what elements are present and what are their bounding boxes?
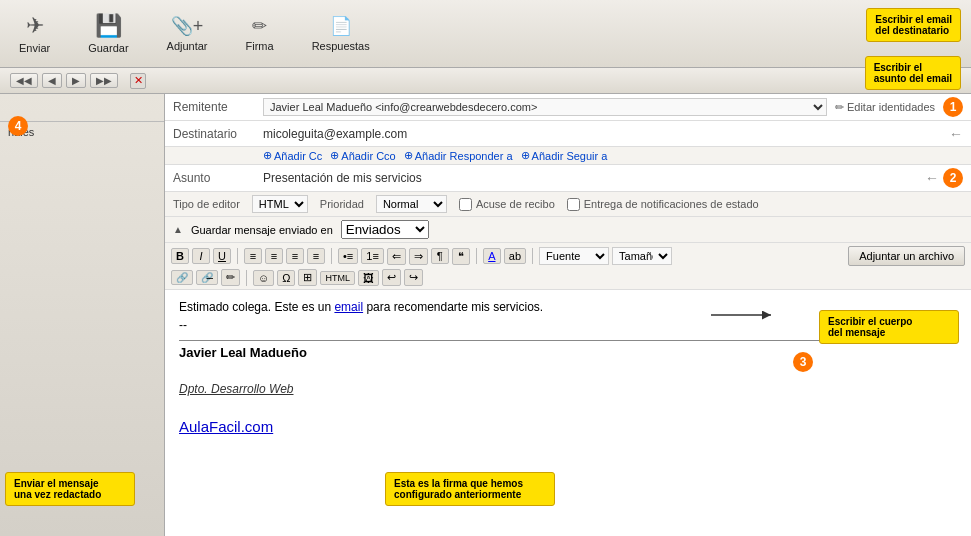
link-btn[interactable]: 🔗 <box>171 270 193 285</box>
triangle-toggle[interactable]: ▲ <box>173 224 183 235</box>
sign-button[interactable]: ✏ Firma <box>237 10 283 57</box>
sep1 <box>237 248 238 264</box>
circle-4: 4 <box>8 116 28 136</box>
save-row: ▲ Guardar mensaje enviado en Enviados Bo… <box>165 217 971 243</box>
image-btn[interactable]: 🖼 <box>358 270 379 286</box>
sender-select[interactable]: Javier Leal Madueño <info@crearwebdesdec… <box>263 98 827 116</box>
edit-btn[interactable]: ✏ <box>221 269 240 286</box>
responses-button[interactable]: 📄 Respuestas <box>303 10 379 57</box>
nav-first[interactable]: ◀◀ <box>10 73 38 88</box>
editor-toolbar-row2: 🔗 🔗̶ ✏ ☺ Ω ⊞ HTML 🖼 ↩ ↪ <box>171 269 965 286</box>
ul-btn[interactable]: •≡ <box>338 248 358 264</box>
editor-toolbar: B I U ≡ ≡ ≡ ≡ •≡ 1≡ ⇐ ⇒ ¶ ❝ A ab <box>165 243 971 290</box>
highlight-btn[interactable]: ab <box>504 248 526 264</box>
attach-button[interactable]: 📎+ Adjuntar <box>158 10 217 57</box>
save-folder-select[interactable]: Enviados Borradores <box>341 220 429 239</box>
toolbar: ✈ Enviar 💾 Guardar 📎+ Adjuntar ✏ Firma 📄… <box>0 0 971 68</box>
entrega-group: Entrega de notificaciones de estado <box>567 198 759 211</box>
entrega-checkbox[interactable] <box>567 198 580 211</box>
save-label: Guardar <box>88 42 128 54</box>
font-color-btn[interactable]: A <box>483 248 501 264</box>
circle-3: 3 <box>793 352 813 372</box>
callout-3: Escribir el cuerpo del mensaje <box>819 310 959 344</box>
align-center-btn[interactable]: ≡ <box>265 248 283 264</box>
attach-icon: 📎+ <box>171 15 204 37</box>
destinatario-input[interactable] <box>263 127 945 141</box>
acuse-checkbox[interactable] <box>459 198 472 211</box>
send-button[interactable]: ✈ Enviar <box>10 8 59 59</box>
quote-btn[interactable]: ❝ <box>452 248 470 265</box>
italic-btn[interactable]: I <box>192 248 210 264</box>
remitente-label: Remitente <box>173 100 263 114</box>
unlink-btn[interactable]: 🔗̶ <box>196 270 218 285</box>
add-seguir-btn[interactable]: ⊕ Añadir Seguir a <box>521 149 608 162</box>
callout-2: Escribir el asunto del email <box>865 56 961 90</box>
edit-identities-label: Editar identidades <box>847 101 935 113</box>
sig-callout-text: Esta es la firma que hemos configurado a… <box>394 478 523 500</box>
add-responder-btn[interactable]: ⊕ Añadir Responder a <box>404 149 513 162</box>
send-icon: ✈ <box>26 13 44 39</box>
ol-btn[interactable]: 1≡ <box>361 248 384 264</box>
prioridad-select[interactable]: Más alta Alta Normal Baja Más baja <box>376 195 447 213</box>
sep5 <box>246 270 247 286</box>
plus-cc-icon: ⊕ <box>263 149 272 162</box>
font-select[interactable]: Fuente <box>539 247 609 265</box>
plus-responder-icon: ⊕ <box>404 149 413 162</box>
indent-more-btn[interactable]: ⇒ <box>409 248 428 265</box>
send-label: Enviar <box>19 42 50 54</box>
blank-line2 <box>179 400 957 414</box>
nav-last[interactable]: ▶▶ <box>90 73 118 88</box>
arrow-icon: ← <box>949 126 963 142</box>
edit-identities-btn[interactable]: ✏ Editar identidades <box>835 101 935 114</box>
save-button[interactable]: 💾 Guardar <box>79 8 137 59</box>
add-cc-btn[interactable]: ⊕ Añadir Cc <box>263 149 322 162</box>
special-btn[interactable]: Ω <box>277 270 295 286</box>
sig-dept: Dpto. Desarrollo Web <box>179 382 957 396</box>
attach-label: Adjuntar <box>167 40 208 52</box>
email-word[interactable]: email <box>334 300 363 314</box>
asunto-row: Asunto ← 2 <box>165 165 971 192</box>
tipo-editor-select[interactable]: HTML Texto <box>252 195 308 213</box>
callout-4: Enviar el mensaje una vez redactado <box>5 472 135 506</box>
asunto-label: Asunto <box>173 171 263 185</box>
close-button[interactable]: ✕ <box>130 73 146 89</box>
table-btn[interactable]: ⊞ <box>298 269 317 286</box>
arrow-body <box>711 300 791 333</box>
bold-btn[interactable]: B <box>171 248 189 264</box>
sig-name: Javier Leal Madueño <box>179 345 957 360</box>
format-btn[interactable]: ¶ <box>431 248 449 264</box>
editor-wrap: Estimado colega. Este es un email para r… <box>165 290 971 536</box>
align-justify-btn[interactable]: ≡ <box>307 248 325 264</box>
responses-label: Respuestas <box>312 40 370 52</box>
responses-icon: 📄 <box>330 15 352 37</box>
underline-btn[interactable]: U <box>213 248 231 264</box>
align-right-btn[interactable]: ≡ <box>286 248 304 264</box>
circle-1: 1 <box>943 97 963 117</box>
save-row-label: Guardar mensaje enviado en <box>191 224 333 236</box>
remitente-row: Remitente Javier Leal Madueño <info@crea… <box>165 94 971 121</box>
sig-link[interactable]: AulaFacil.com <box>179 418 957 435</box>
html-btn[interactable]: HTML <box>320 271 355 285</box>
sep2 <box>331 248 332 264</box>
attach-file-btn[interactable]: Adjuntar un archivo <box>848 246 965 266</box>
undo-btn[interactable]: ↩ <box>382 269 401 286</box>
size-select[interactable]: Tamaño <box>612 247 672 265</box>
acuse-group: Acuse de recibo <box>459 198 555 211</box>
editor-toolbar-row1: B I U ≡ ≡ ≡ ≡ •≡ 1≡ ⇐ ⇒ ¶ ❝ A ab <box>171 246 965 269</box>
sig-callout: Esta es la firma que hemos configurado a… <box>385 472 555 506</box>
add-cc-row: ⊕ Añadir Cc ⊕ Añadir Cco ⊕ Añadir Respon… <box>165 147 971 165</box>
compose-area: Remitente Javier Leal Madueño <info@crea… <box>165 94 971 536</box>
plus-seguir-icon: ⊕ <box>521 149 530 162</box>
callout-4-text: Enviar el mensaje una vez redactado <box>14 478 101 500</box>
indent-less-btn[interactable]: ⇐ <box>387 248 406 265</box>
asunto-input[interactable] <box>263 171 921 185</box>
align-left-btn[interactable]: ≡ <box>244 248 262 264</box>
callout-1: Escribir el email del destinatario <box>866 8 961 42</box>
nav-prev[interactable]: ◀ <box>42 73 62 88</box>
blank-line <box>179 364 957 378</box>
nav-next[interactable]: ▶ <box>66 73 86 88</box>
add-cco-btn[interactable]: ⊕ Añadir Cco <box>330 149 395 162</box>
emoticon-btn[interactable]: ☺ <box>253 270 274 286</box>
redo-btn[interactable]: ↪ <box>404 269 423 286</box>
arrow-asunto-icon: ← <box>925 170 939 186</box>
